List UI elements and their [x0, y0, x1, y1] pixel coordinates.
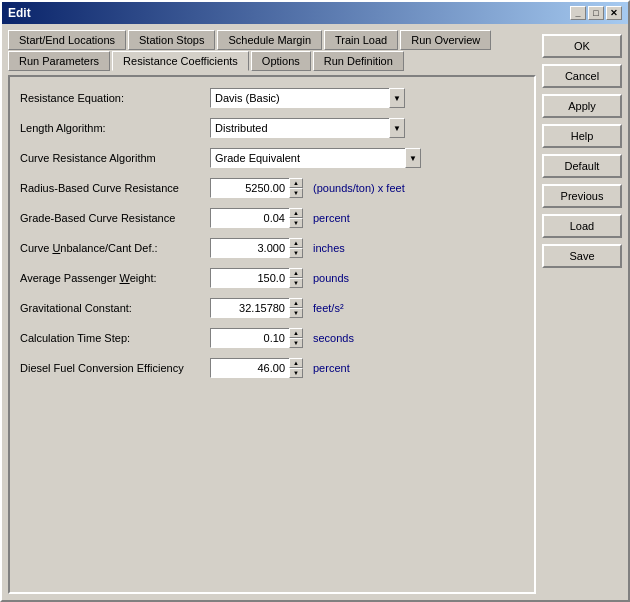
previous-button[interactable]: Previous [542, 184, 622, 208]
resistance-equation-dropdown-wrap: Davis (Basic) ▼ [210, 88, 405, 108]
gravitational-spinner-btns: ▲ ▼ [289, 298, 303, 318]
gravitational-constant-control: ▲ ▼ feet/s² [210, 298, 344, 318]
resistance-equation-label: Resistance Equation: [20, 92, 210, 104]
length-algorithm-dropdown-wrap: Distributed ▼ [210, 118, 405, 138]
calculation-time-input[interactable] [210, 328, 290, 348]
gravitational-input[interactable] [210, 298, 290, 318]
radius-based-input[interactable] [210, 178, 290, 198]
close-button[interactable]: ✕ [606, 6, 622, 20]
resistance-equation-row: Resistance Equation: Davis (Basic) ▼ [20, 87, 524, 109]
form-panel: Resistance Equation: Davis (Basic) ▼ Len… [8, 75, 536, 594]
calculation-time-spin-down[interactable]: ▼ [289, 338, 303, 348]
diesel-fuel-spin-down[interactable]: ▼ [289, 368, 303, 378]
curve-unbalance-spinner-btns: ▲ ▼ [289, 238, 303, 258]
apply-button[interactable]: Apply [542, 94, 622, 118]
calculation-time-step-row: Calculation Time Step: ▲ ▼ seconds [20, 327, 524, 349]
curve-resistance-algorithm-row: Curve Resistance Algorithm Grade Equival… [20, 147, 524, 169]
button-panel: OK Cancel Apply Help Default Previous Lo… [542, 30, 622, 594]
length-algorithm-dropdown[interactable]: Distributed [210, 118, 390, 138]
gravitational-spin-up[interactable]: ▲ [289, 298, 303, 308]
help-button[interactable]: Help [542, 124, 622, 148]
grade-based-spinner: ▲ ▼ [210, 208, 303, 228]
curve-unbalance-spin-down[interactable]: ▼ [289, 248, 303, 258]
curve-unbalance-control: ▲ ▼ inches [210, 238, 345, 258]
calculation-time-step-label: Calculation Time Step: [20, 332, 210, 344]
grade-based-unit: percent [313, 212, 350, 224]
calculation-time-spinner: ▲ ▼ [210, 328, 303, 348]
diesel-fuel-unit: percent [313, 362, 350, 374]
average-passenger-spin-down[interactable]: ▼ [289, 278, 303, 288]
gravitational-spin-down[interactable]: ▼ [289, 308, 303, 318]
length-algorithm-label: Length Algorithm: [20, 122, 210, 134]
tab-run-definition[interactable]: Run Definition [313, 51, 404, 71]
curve-unbalance-label: Curve Unbalance/Cant Def.: [20, 242, 210, 254]
resistance-equation-dropdown[interactable]: Davis (Basic) [210, 88, 390, 108]
radius-based-spin-up[interactable]: ▲ [289, 178, 303, 188]
grade-based-input[interactable] [210, 208, 290, 228]
curve-unbalance-unit: inches [313, 242, 345, 254]
tab-run-parameters[interactable]: Run Parameters [8, 51, 110, 71]
curve-resistance-algorithm-dropdown-wrap: Grade Equivalent ▼ [210, 148, 421, 168]
diesel-fuel-row: Diesel Fuel Conversion Efficiency ▲ ▼ pe… [20, 357, 524, 379]
grade-based-curve-resistance-control: ▲ ▼ percent [210, 208, 350, 228]
average-passenger-weight-label: Average Passenger Weight: [20, 272, 210, 284]
cancel-button[interactable]: Cancel [542, 64, 622, 88]
tab-resistance-coefficients[interactable]: Resistance Coefficients [112, 51, 249, 71]
radius-based-spin-down[interactable]: ▼ [289, 188, 303, 198]
tab-train-load[interactable]: Train Load [324, 30, 398, 50]
radius-based-unit: (pounds/ton) x feet [313, 182, 405, 194]
length-algorithm-control: Distributed ▼ [210, 118, 405, 138]
tab-schedule-margin[interactable]: Schedule Margin [217, 30, 322, 50]
save-button[interactable]: Save [542, 244, 622, 268]
grade-based-spin-down[interactable]: ▼ [289, 218, 303, 228]
diesel-fuel-spin-up[interactable]: ▲ [289, 358, 303, 368]
tab-options[interactable]: Options [251, 51, 311, 71]
radius-based-curve-resistance-control: ▲ ▼ (pounds/ton) x feet [210, 178, 405, 198]
calculation-time-spinner-btns: ▲ ▼ [289, 328, 303, 348]
curve-resistance-algorithm-dropdown[interactable]: Grade Equivalent [210, 148, 406, 168]
grade-based-curve-resistance-label: Grade-Based Curve Resistance [20, 212, 210, 224]
diesel-fuel-spinner: ▲ ▼ [210, 358, 303, 378]
maximize-button[interactable]: □ [588, 6, 604, 20]
title-bar-buttons: _ □ ✕ [570, 6, 622, 20]
tab-station-stops[interactable]: Station Stops [128, 30, 215, 50]
window-title: Edit [8, 6, 31, 20]
tabs-row2: Run Parameters Resistance Coefficients O… [8, 51, 536, 71]
default-button[interactable]: Default [542, 154, 622, 178]
edit-window: Edit _ □ ✕ Start/End Locations Station S… [0, 0, 630, 602]
tab-run-overview[interactable]: Run Overview [400, 30, 491, 50]
calculation-time-spin-up[interactable]: ▲ [289, 328, 303, 338]
main-area: Start/End Locations Station Stops Schedu… [8, 30, 536, 594]
radius-based-curve-resistance-row: Radius-Based Curve Resistance ▲ ▼ (pound… [20, 177, 524, 199]
average-passenger-spinner-btns: ▲ ▼ [289, 268, 303, 288]
diesel-fuel-input[interactable] [210, 358, 290, 378]
curve-unbalance-spin-up[interactable]: ▲ [289, 238, 303, 248]
grade-based-spin-up[interactable]: ▲ [289, 208, 303, 218]
average-passenger-spin-up[interactable]: ▲ [289, 268, 303, 278]
curve-resistance-algorithm-dropdown-btn[interactable]: ▼ [405, 148, 421, 168]
diesel-fuel-control: ▲ ▼ percent [210, 358, 350, 378]
length-algorithm-row: Length Algorithm: Distributed ▼ [20, 117, 524, 139]
resistance-equation-control: Davis (Basic) ▼ [210, 88, 405, 108]
curve-resistance-algorithm-label: Curve Resistance Algorithm [20, 152, 210, 164]
gravitational-spinner: ▲ ▼ [210, 298, 303, 318]
average-passenger-input[interactable] [210, 268, 290, 288]
radius-based-spinner: ▲ ▼ [210, 178, 303, 198]
average-passenger-weight-row: Average Passenger Weight: ▲ ▼ pounds [20, 267, 524, 289]
diesel-fuel-label: Diesel Fuel Conversion Efficiency [20, 362, 210, 374]
radius-based-curve-resistance-label: Radius-Based Curve Resistance [20, 182, 210, 194]
load-button[interactable]: Load [542, 214, 622, 238]
calculation-time-unit: seconds [313, 332, 354, 344]
curve-unbalance-input[interactable] [210, 238, 290, 258]
gravitational-constant-row: Gravitational Constant: ▲ ▼ feet/s² [20, 297, 524, 319]
curve-unbalance-spinner: ▲ ▼ [210, 238, 303, 258]
ok-button[interactable]: OK [542, 34, 622, 58]
resistance-equation-dropdown-btn[interactable]: ▼ [389, 88, 405, 108]
diesel-fuel-spinner-btns: ▲ ▼ [289, 358, 303, 378]
gravitational-unit: feet/s² [313, 302, 344, 314]
average-passenger-unit: pounds [313, 272, 349, 284]
minimize-button[interactable]: _ [570, 6, 586, 20]
gravitational-constant-label: Gravitational Constant: [20, 302, 210, 314]
tab-start-end-locations[interactable]: Start/End Locations [8, 30, 126, 50]
length-algorithm-dropdown-btn[interactable]: ▼ [389, 118, 405, 138]
